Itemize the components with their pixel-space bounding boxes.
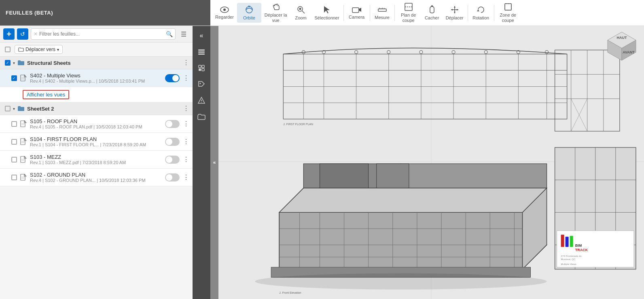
orientation-cube[interactable]: HAUT AVANT xyxy=(604,30,640,66)
s105-toggle[interactable] xyxy=(165,120,180,128)
s103-checkbox[interactable] xyxy=(11,157,17,162)
sheet-item-s402: ✓ S402 - Multiple Views Rev.4 | S402 - M… xyxy=(0,69,193,87)
toolbar-item-zoom[interactable]: Zoom xyxy=(290,3,311,23)
svg-rect-26 xyxy=(505,4,511,10)
svg-point-17 xyxy=(431,5,433,7)
toolbar-separator-5 xyxy=(494,5,494,21)
s104-checkbox[interactable] xyxy=(11,139,17,145)
svg-text:Montreal, QC: Montreal, QC xyxy=(561,258,576,261)
measure-icon xyxy=(378,6,387,14)
sheet-item-s105: S105 - ROOF PLAN Rev.4 | S105 - ROOF PLA… xyxy=(0,115,193,133)
toolbar-item-plan-de-coupe[interactable]: Plan decoupe xyxy=(396,0,422,26)
panel-collapse-button[interactable]: « xyxy=(210,26,218,299)
toolbar-label-cacher: Cacher xyxy=(425,15,439,20)
svg-point-2 xyxy=(246,6,252,13)
folder-small-icon xyxy=(18,47,24,52)
toolbar-item-zone-de-coupe[interactable]: Zone decoupe xyxy=(495,0,521,26)
svg-rect-29 xyxy=(198,53,205,55)
panel-title: FEUILLES (BETA) xyxy=(6,10,53,16)
toolbar-item-selectionner[interactable]: Sélectionner xyxy=(311,3,343,23)
svg-marker-20 xyxy=(454,6,455,8)
move-icon xyxy=(450,5,459,14)
structural-sheets-name: Structural Sheets xyxy=(27,60,180,66)
s103-toggle[interactable] xyxy=(165,156,180,164)
sidebar-icon-layers[interactable] xyxy=(194,45,209,59)
section-plan-icon xyxy=(404,2,413,11)
svg-marker-106 xyxy=(401,164,547,188)
svg-marker-9 xyxy=(359,8,361,12)
afficher-vues-container: Afficher les vues xyxy=(0,87,193,103)
panel-title-bar: FEUILLES (BETA) xyxy=(0,0,210,26)
s103-info: S103 - MEZZ Rev.1 | S103 - MEZZ.pdf | 7/… xyxy=(30,154,162,165)
svg-marker-91 xyxy=(279,188,547,212)
svg-text:Multiple Views: Multiple Views xyxy=(561,263,576,265)
search-box[interactable]: ✕ 🔍 xyxy=(31,28,176,40)
structural-sheets-checkbox[interactable]: ✓ xyxy=(5,60,11,66)
toolbar-item-orbite[interactable]: Orbite xyxy=(237,3,261,23)
svg-rect-121 xyxy=(561,235,564,247)
structural-sheets-header[interactable]: ✓ ▾ Structural Sheets ⋮ xyxy=(0,57,193,69)
svg-text:TRACK: TRACK xyxy=(575,248,588,252)
s104-toggle[interactable] xyxy=(165,138,180,146)
sheetset2-expand[interactable]: ▾ xyxy=(13,107,15,111)
sheet-item-s103: S103 - MEZZ Rev.1 | S103 - MEZZ.pdf | 7/… xyxy=(0,151,193,169)
toolbar-item-deplacer-vue[interactable]: Déplacer lavue xyxy=(261,0,290,26)
hand-icon xyxy=(271,2,280,11)
refresh-button[interactable]: ↺ xyxy=(17,28,28,40)
viewer-toolbar: Regarder Orbite Déplacer lavue Zoom Séle… xyxy=(210,0,644,26)
toolbar-item-mesure[interactable]: Mesure xyxy=(371,3,394,22)
svg-rect-107 xyxy=(320,164,368,188)
toolbar-item-regarder[interactable]: Regarder xyxy=(212,4,237,22)
s104-info: S104 - FIRST FLOOR PLAN Rev.1 | S104 - F… xyxy=(30,136,162,147)
viewer-area: J. FIRST FLOOR PLAN xyxy=(218,26,644,299)
toolbar-item-camera[interactable]: Camera xyxy=(345,4,369,22)
structural-sheets-expand[interactable]: ▾ xyxy=(13,61,15,65)
sort-button[interactable]: ☰ xyxy=(178,28,189,40)
s102-checkbox[interactable] xyxy=(11,175,17,180)
svg-text:274 Promenade du: 274 Promenade du xyxy=(561,255,582,257)
toolbar-item-deplacer[interactable]: Déplacer xyxy=(443,3,467,23)
toolbar-label-deplacer: Déplacer xyxy=(446,15,464,20)
toolbar-label-selectionner: Sélectionner xyxy=(315,15,339,20)
sheetset2-more[interactable]: ⋮ xyxy=(183,105,189,112)
s103-more[interactable]: ⋮ xyxy=(183,156,189,163)
sheetset2-checkbox[interactable] xyxy=(5,106,11,111)
sidebar-icon-folder[interactable] xyxy=(194,109,209,124)
sidebar-icon-warning[interactable] xyxy=(194,93,209,108)
s102-more[interactable]: ⋮ xyxy=(183,174,189,181)
s102-toggle[interactable] xyxy=(165,173,180,182)
s103-meta: Rev.1 | S103 - MEZZ.pdf | 7/23/2018 8:59… xyxy=(30,160,162,165)
search-input[interactable] xyxy=(39,31,166,37)
move-to-button[interactable]: Déplacer vers ▾ xyxy=(15,45,63,54)
sidebar-icon-objects[interactable] xyxy=(194,61,209,75)
s102-meta: Rev.4 | S102 - GROUND PLAN... | 10/5/201… xyxy=(30,178,162,183)
toolbar-item-rotation[interactable]: Rotation xyxy=(469,3,493,23)
s104-meta: Rev.1 | S104 - FIRST FLOOR PL... | 7/23/… xyxy=(30,142,162,147)
s104-more[interactable]: ⋮ xyxy=(183,139,189,145)
camera-icon xyxy=(352,6,362,13)
s402-checkbox[interactable]: ✓ xyxy=(11,75,17,81)
toolbar-label-deplacer-vue: Déplacer lavue xyxy=(265,13,287,23)
svg-text:J. Front Elevation: J. Front Elevation xyxy=(279,291,301,294)
sidebar-icon-collapse[interactable]: « xyxy=(194,28,209,43)
sidebar-icon-tags[interactable] xyxy=(194,77,209,92)
sheet-list: ✓ ▾ Structural Sheets ⋮ ✓ S402 - Multipl… xyxy=(0,57,193,299)
toolbar-label-orbite: Orbite xyxy=(243,15,255,20)
svg-text:HAUT: HAUT xyxy=(617,36,627,40)
clear-icon[interactable]: ✕ xyxy=(34,31,38,37)
structural-sheets-more[interactable]: ⋮ xyxy=(183,60,189,66)
add-button[interactable]: + xyxy=(3,28,15,40)
sheetset2-header[interactable]: ▾ SheetSet 2 ⋮ xyxy=(0,103,193,115)
select-all-checkbox[interactable] xyxy=(5,47,11,52)
s105-more[interactable]: ⋮ xyxy=(183,121,189,127)
afficher-vues-link[interactable]: Afficher les vues xyxy=(23,90,69,99)
s105-checkbox[interactable] xyxy=(11,121,17,127)
sheetset2-name: SheetSet 2 xyxy=(27,106,180,112)
select-all-bar: Déplacer vers ▾ xyxy=(0,43,193,57)
left-panel: « + xyxy=(0,26,210,299)
toolbar-item-cacher[interactable]: Cacher xyxy=(422,3,443,23)
s102-file-icon xyxy=(20,174,27,181)
s402-toggle[interactable] xyxy=(165,74,180,82)
s402-more[interactable]: ⋮ xyxy=(183,75,189,81)
search-icon[interactable]: 🔍 xyxy=(166,31,173,37)
